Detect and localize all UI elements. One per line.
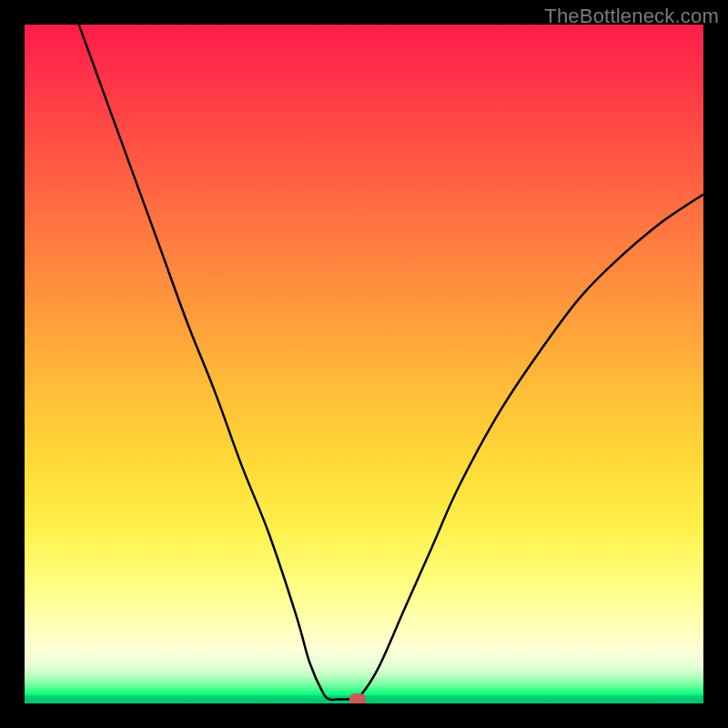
watermark-text: TheBottleneck.com — [544, 5, 719, 28]
curve-path — [79, 25, 703, 702]
chart-frame: TheBottleneck.com — [0, 0, 728, 728]
optimum-marker — [349, 693, 366, 703]
plot-area — [25, 25, 703, 703]
bottleneck-curve — [25, 25, 703, 703]
